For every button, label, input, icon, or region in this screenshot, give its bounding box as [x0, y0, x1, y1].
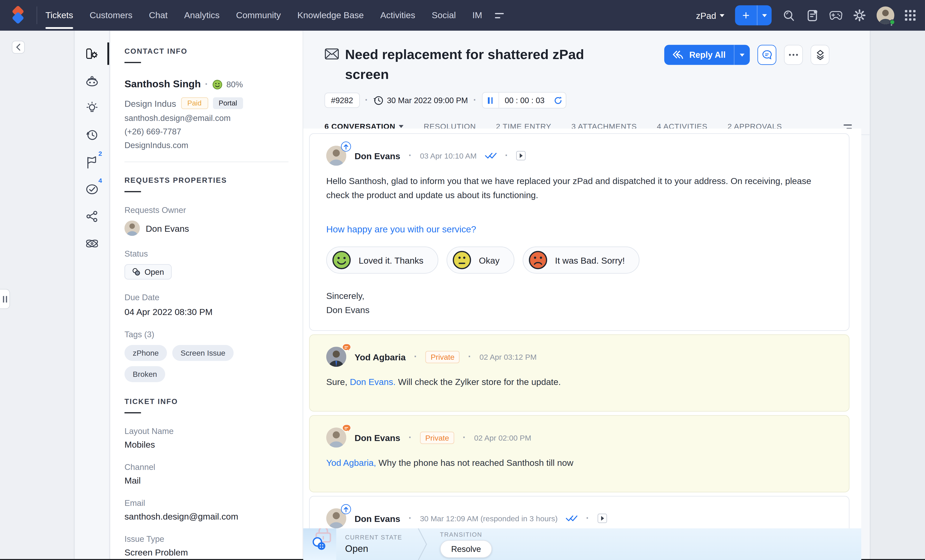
message-body: Sure, Don Evans. Will check the Zylker s… [326, 375, 832, 389]
nav-item-social[interactable]: Social [432, 0, 456, 31]
sidebar-item-share[interactable] [75, 203, 109, 230]
due-date-label: Due Date [124, 292, 288, 302]
sidebar-item-ticket-properties[interactable] [75, 40, 109, 67]
reply-all-split-button[interactable]: Reply All [664, 45, 750, 65]
timer-reset-button[interactable] [550, 93, 566, 108]
sidebar-item-integrations[interactable] [75, 230, 109, 257]
nav-item-analytics[interactable]: Analytics [184, 0, 219, 31]
nav-item-tickets[interactable]: Tickets [45, 0, 73, 31]
add-ticket-split-button[interactable]: + [735, 5, 772, 26]
sidebar-item-insights[interactable] [75, 94, 109, 122]
nav-divider [37, 6, 37, 24]
agent-avatar[interactable] [326, 428, 346, 448]
ticket-detail-panel: Need replacement for shattered zPad scre… [303, 31, 869, 560]
due-date-value: 04 Apr 2022 08:30 PM [124, 307, 288, 317]
happiness-percent: 80% [226, 80, 243, 89]
separator-dot [473, 95, 476, 106]
user-avatar[interactable] [877, 6, 894, 24]
settings-gear-icon[interactable] [853, 9, 866, 22]
panel-resize-handle[interactable] [0, 289, 10, 309]
collapse-back-button[interactable] [12, 41, 25, 54]
nav-overflow-icon[interactable] [495, 13, 504, 18]
nav-item-customers[interactable]: Customers [90, 0, 133, 31]
nav-menu: Tickets Customers Chat Analytics Communi… [45, 0, 482, 31]
happiness-survey-link[interactable]: How happy are you with our service? [326, 224, 476, 235]
separator-dot [462, 432, 466, 443]
owner-name[interactable]: Don Evans [146, 223, 189, 233]
private-note-card: Don Evans Private 02 Apr 02:00 PM Yod Ag… [309, 415, 850, 492]
agent-avatar[interactable] [326, 347, 346, 367]
sidebar-item-zia[interactable] [75, 67, 109, 94]
online-status-dot [890, 20, 895, 25]
department-switcher[interactable]: zPad [696, 10, 725, 20]
message-card: Don Evans 03 Apr 10:10 AM Hello Santhosh… [309, 133, 850, 331]
search-icon[interactable] [782, 9, 795, 22]
nav-item-chat[interactable]: Chat [149, 0, 167, 31]
message-author[interactable]: Don Evans [354, 151, 400, 161]
signature-line: Sincerely, [326, 289, 832, 303]
contact-email[interactable]: santhosh.design@email.com [124, 113, 288, 123]
rating-loved-button[interactable]: Loved it. Thanks [326, 247, 438, 274]
sidebar-item-history[interactable] [75, 122, 109, 149]
tabs-overflow-icon[interactable] [844, 124, 852, 129]
gamescope-icon[interactable] [830, 9, 842, 22]
plus-icon[interactable]: + [735, 5, 758, 26]
timer-value: 00 : 00 : 03 [499, 93, 550, 108]
comment-badge-icon [341, 423, 351, 434]
tag-chip[interactable]: zPhone [124, 345, 167, 361]
rating-bad-button[interactable]: It was Bad. Sorry! [523, 247, 640, 274]
contact-phone[interactable]: (+26) 669-7787 [124, 127, 288, 136]
message-author[interactable]: Don Evans [354, 432, 400, 443]
collapse-all-button[interactable] [811, 45, 829, 65]
refresh-icon [554, 96, 562, 105]
agent-avatar[interactable] [326, 146, 346, 166]
current-state-value: Open [345, 544, 402, 554]
sidebar-item-flags[interactable]: 2 [75, 149, 109, 176]
reply-options-chevron[interactable] [734, 53, 750, 56]
nav-item-im[interactable]: IM [472, 0, 482, 31]
contact-website[interactable]: DesignIndus.com [124, 140, 288, 150]
ticket-id-chip[interactable]: #9282 [324, 93, 360, 108]
status-chip[interactable]: Open [124, 264, 172, 280]
nav-item-knowledge-base[interactable]: Knowledge Base [297, 0, 364, 31]
contact-name[interactable]: Santhosh Singh [124, 78, 201, 90]
message-author[interactable]: Yod Agbaria [354, 352, 406, 362]
timer-pause-button[interactable] [482, 93, 499, 108]
feeds-icon[interactable] [806, 9, 819, 22]
reply-all-icon [664, 50, 685, 59]
robot-icon [85, 75, 99, 87]
expand-message-icon[interactable] [597, 513, 607, 523]
transition-label: TRANSITION [440, 531, 492, 538]
separator-dot [408, 513, 412, 524]
rating-okay-button[interactable]: Okay [447, 247, 514, 274]
nav-item-community[interactable]: Community [236, 0, 281, 31]
expand-message-icon[interactable] [516, 151, 526, 160]
requests-properties-heading: REQUESTS PROPERTIES [124, 176, 288, 192]
message-time: 03 Apr 10:10 AM [420, 151, 477, 160]
chevron-down-icon[interactable] [758, 5, 771, 26]
more-actions-button[interactable] [784, 45, 803, 65]
ticket-timer: 00 : 00 : 03 [482, 92, 566, 108]
separator-dot [365, 95, 368, 106]
owner-label: Requests Owner [124, 205, 288, 215]
zoho-desk-logo-icon[interactable] [9, 6, 27, 25]
issue-type-label: Issue Type [124, 534, 288, 544]
agent-avatar[interactable] [326, 508, 346, 528]
sent-mail-badge-icon [341, 142, 351, 152]
tag-chip[interactable]: Broken [124, 366, 165, 382]
mention-link[interactable]: Yod Agbaria, [326, 458, 376, 468]
app-grid-icon[interactable] [905, 10, 916, 21]
divider [124, 161, 288, 162]
message-time: 02 Apr 03:12 PM [479, 352, 537, 361]
message-author[interactable]: Don Evans [354, 513, 400, 524]
share-icon [86, 211, 99, 222]
resolve-button[interactable]: Resolve [440, 540, 492, 558]
collapsed-right-panel [870, 31, 925, 560]
sidebar-item-approvals[interactable]: 4 [75, 176, 109, 203]
comment-button[interactable] [758, 45, 776, 65]
mention-link[interactable]: Don Evans. [350, 377, 396, 387]
nav-item-activities[interactable]: Activities [380, 0, 415, 31]
tag-chip[interactable]: Screen Issue [172, 345, 234, 361]
contact-company[interactable]: Design Indus [124, 98, 176, 108]
flag-icon [86, 156, 99, 169]
